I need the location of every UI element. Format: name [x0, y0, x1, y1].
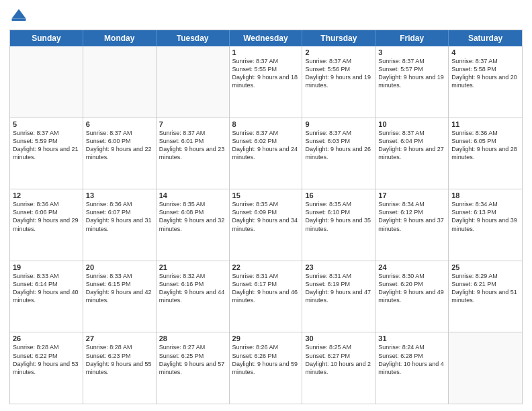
day-number: 11: [451, 120, 519, 128]
day-cell-28: 28Sunrise: 8:27 AMSunset: 6:25 PMDayligh…: [157, 332, 230, 404]
day-info: Sunrise: 8:36 AMSunset: 6:07 PMDaylight:…: [86, 200, 153, 233]
day-info: Sunrise: 8:37 AMSunset: 6:02 PMDaylight:…: [232, 129, 300, 162]
day-cell-16: 16Sunrise: 8:35 AMSunset: 6:10 PMDayligh…: [302, 189, 375, 261]
day-info: Sunrise: 8:27 AMSunset: 6:25 PMDaylight:…: [159, 343, 226, 376]
day-info: Sunrise: 8:30 AMSunset: 6:20 PMDaylight:…: [378, 272, 445, 305]
day-number: 9: [305, 120, 372, 128]
day-cell-21: 21Sunrise: 8:32 AMSunset: 6:16 PMDayligh…: [157, 261, 230, 332]
day-number: 26: [13, 334, 80, 342]
day-number: 2: [305, 48, 372, 56]
day-info: Sunrise: 8:24 AMSunset: 6:28 PMDaylight:…: [378, 343, 445, 376]
day-cell-22: 22Sunrise: 8:31 AMSunset: 6:17 PMDayligh…: [230, 261, 303, 332]
day-header-tuesday: Tuesday: [157, 30, 230, 46]
day-number: 20: [86, 263, 153, 271]
day-info: Sunrise: 8:35 AMSunset: 6:10 PMDaylight:…: [305, 200, 372, 233]
day-info: Sunrise: 8:37 AMSunset: 6:03 PMDaylight:…: [305, 129, 372, 162]
day-cell-23: 23Sunrise: 8:31 AMSunset: 6:19 PMDayligh…: [302, 261, 375, 332]
day-cell-1: 1Sunrise: 8:37 AMSunset: 5:55 PMDaylight…: [230, 46, 303, 118]
day-cell-8: 8Sunrise: 8:37 AMSunset: 6:02 PMDaylight…: [230, 118, 303, 189]
empty-cell: [449, 332, 522, 404]
day-number: 10: [378, 120, 445, 128]
logo-icon: [9, 7, 28, 26]
day-header-wednesday: Wednesday: [230, 30, 303, 46]
day-number: 21: [159, 263, 226, 271]
week-row-4: 19Sunrise: 8:33 AMSunset: 6:14 PMDayligh…: [10, 261, 522, 333]
day-info: Sunrise: 8:31 AMSunset: 6:17 PMDaylight:…: [232, 272, 300, 305]
empty-cell: [157, 46, 230, 118]
day-info: Sunrise: 8:37 AMSunset: 5:55 PMDaylight:…: [232, 57, 300, 90]
day-info: Sunrise: 8:37 AMSunset: 6:01 PMDaylight:…: [159, 129, 226, 162]
day-header-friday: Friday: [375, 30, 449, 46]
day-header-thursday: Thursday: [302, 30, 375, 46]
day-cell-9: 9Sunrise: 8:37 AMSunset: 6:03 PMDaylight…: [302, 118, 375, 189]
day-info: Sunrise: 8:32 AMSunset: 6:16 PMDaylight:…: [159, 272, 226, 305]
day-cell-18: 18Sunrise: 8:34 AMSunset: 6:13 PMDayligh…: [449, 189, 522, 261]
day-info: Sunrise: 8:26 AMSunset: 6:26 PMDaylight:…: [232, 343, 300, 376]
day-cell-7: 7Sunrise: 8:37 AMSunset: 6:01 PMDaylight…: [157, 118, 230, 189]
week-row-2: 5Sunrise: 8:37 AMSunset: 5:59 PMDaylight…: [10, 118, 522, 190]
day-cell-11: 11Sunrise: 8:36 AMSunset: 6:05 PMDayligh…: [449, 118, 522, 189]
day-number: 22: [232, 263, 300, 271]
day-number: 13: [86, 191, 153, 199]
empty-cell: [83, 46, 157, 118]
day-number: 29: [232, 334, 300, 342]
day-header-sunday: Sunday: [10, 30, 83, 46]
day-info: Sunrise: 8:37 AMSunset: 5:56 PMDaylight:…: [305, 57, 372, 90]
day-number: 7: [159, 120, 226, 128]
day-number: 17: [378, 191, 445, 199]
day-number: 6: [86, 120, 153, 128]
day-cell-19: 19Sunrise: 8:33 AMSunset: 6:14 PMDayligh…: [10, 261, 83, 332]
day-cell-31: 31Sunrise: 8:24 AMSunset: 6:28 PMDayligh…: [375, 332, 449, 404]
day-info: Sunrise: 8:37 AMSunset: 6:04 PMDaylight:…: [378, 129, 445, 162]
day-cell-6: 6Sunrise: 8:37 AMSunset: 6:00 PMDaylight…: [83, 118, 157, 189]
day-cell-25: 25Sunrise: 8:29 AMSunset: 6:21 PMDayligh…: [449, 261, 522, 332]
day-info: Sunrise: 8:36 AMSunset: 6:05 PMDaylight:…: [451, 129, 519, 162]
day-info: Sunrise: 8:37 AMSunset: 6:00 PMDaylight:…: [86, 129, 153, 162]
day-number: 8: [232, 120, 300, 128]
day-cell-30: 30Sunrise: 8:25 AMSunset: 6:27 PMDayligh…: [302, 332, 375, 404]
day-info: Sunrise: 8:35 AMSunset: 6:09 PMDaylight:…: [232, 200, 300, 233]
day-header-saturday: Saturday: [449, 30, 522, 46]
day-number: 19: [13, 263, 80, 271]
day-number: 14: [159, 191, 226, 199]
day-info: Sunrise: 8:28 AMSunset: 6:23 PMDaylight:…: [86, 343, 153, 376]
day-info: Sunrise: 8:37 AMSunset: 5:58 PMDaylight:…: [451, 57, 519, 90]
day-number: 3: [378, 48, 445, 56]
day-info: Sunrise: 8:34 AMSunset: 6:12 PMDaylight:…: [378, 200, 445, 233]
day-number: 16: [305, 191, 372, 199]
day-number: 25: [451, 263, 519, 271]
day-number: 12: [13, 191, 80, 199]
empty-cell: [10, 46, 83, 118]
day-info: Sunrise: 8:36 AMSunset: 6:06 PMDaylight:…: [13, 200, 80, 233]
day-cell-10: 10Sunrise: 8:37 AMSunset: 6:04 PMDayligh…: [375, 118, 449, 189]
day-cell-27: 27Sunrise: 8:28 AMSunset: 6:23 PMDayligh…: [83, 332, 157, 404]
day-cell-29: 29Sunrise: 8:26 AMSunset: 6:26 PMDayligh…: [230, 332, 303, 404]
day-number: 15: [232, 191, 300, 199]
day-cell-15: 15Sunrise: 8:35 AMSunset: 6:09 PMDayligh…: [230, 189, 303, 261]
day-number: 1: [232, 48, 300, 56]
day-number: 27: [86, 334, 153, 342]
logo: [9, 7, 31, 26]
day-info: Sunrise: 8:25 AMSunset: 6:27 PMDaylight:…: [305, 343, 372, 376]
day-cell-12: 12Sunrise: 8:36 AMSunset: 6:06 PMDayligh…: [10, 189, 83, 261]
svg-marker-0: [12, 9, 26, 19]
day-cell-20: 20Sunrise: 8:33 AMSunset: 6:15 PMDayligh…: [83, 261, 157, 332]
day-info: Sunrise: 8:37 AMSunset: 5:59 PMDaylight:…: [13, 129, 80, 162]
day-number: 4: [451, 48, 519, 56]
day-info: Sunrise: 8:31 AMSunset: 6:19 PMDaylight:…: [305, 272, 372, 305]
day-number: 18: [451, 191, 519, 199]
calendar-body: 1Sunrise: 8:37 AMSunset: 5:55 PMDaylight…: [10, 46, 522, 404]
day-cell-13: 13Sunrise: 8:36 AMSunset: 6:07 PMDayligh…: [83, 189, 157, 261]
day-cell-4: 4Sunrise: 8:37 AMSunset: 5:58 PMDaylight…: [449, 46, 522, 118]
day-header-monday: Monday: [83, 30, 157, 46]
day-number: 31: [378, 334, 445, 342]
day-number: 5: [13, 120, 80, 128]
day-cell-3: 3Sunrise: 8:37 AMSunset: 5:57 PMDaylight…: [375, 46, 449, 118]
day-info: Sunrise: 8:33 AMSunset: 6:14 PMDaylight:…: [13, 272, 80, 305]
day-info: Sunrise: 8:37 AMSunset: 5:57 PMDaylight:…: [378, 57, 445, 90]
day-headers: SundayMondayTuesdayWednesdayThursdayFrid…: [10, 30, 522, 46]
day-cell-14: 14Sunrise: 8:35 AMSunset: 6:08 PMDayligh…: [157, 189, 230, 261]
day-number: 23: [305, 263, 372, 271]
day-info: Sunrise: 8:33 AMSunset: 6:15 PMDaylight:…: [86, 272, 153, 305]
day-info: Sunrise: 8:35 AMSunset: 6:08 PMDaylight:…: [159, 200, 226, 233]
